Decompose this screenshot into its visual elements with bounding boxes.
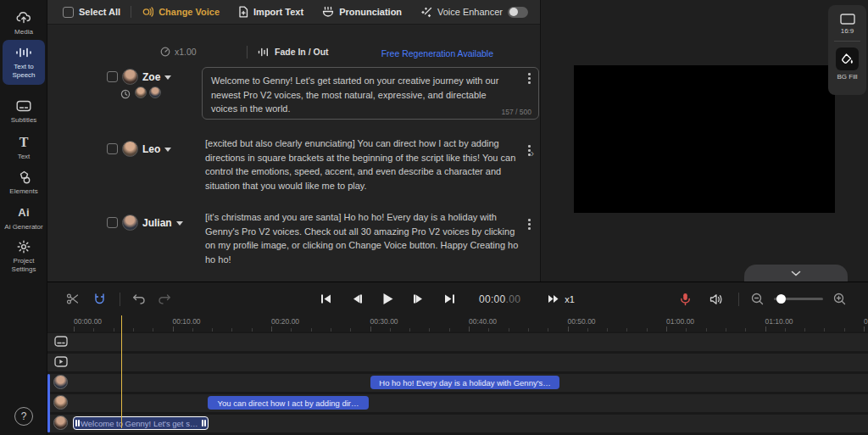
row-checkbox[interactable] xyxy=(107,71,118,82)
skip-to-end-button[interactable] xyxy=(444,293,455,304)
waveform-icon xyxy=(15,45,32,59)
sidebar-item-text[interactable]: T Text xyxy=(3,130,45,166)
divider xyxy=(247,46,248,59)
timeline-collapse-tab[interactable] xyxy=(744,265,848,282)
magic-wand-icon xyxy=(421,7,432,18)
step-back-button[interactable] xyxy=(352,293,363,304)
script-text[interactable]: [excited but also clearly enunciating] Y… xyxy=(205,137,520,192)
sidebar-item-media[interactable]: Media xyxy=(3,5,45,42)
ruler-label: 00:00.00 xyxy=(74,317,102,326)
slider-knob[interactable] xyxy=(776,294,786,304)
chevron-down-icon xyxy=(164,75,171,80)
sidebar-item-text-to-speech[interactable]: Text to Speech xyxy=(3,40,45,85)
julian-track-avatar[interactable] xyxy=(53,375,68,389)
change-voice-label: Change Voice xyxy=(159,7,220,17)
sidebar-item-subtitles[interactable]: Subtitles xyxy=(3,93,45,130)
chevron-down-icon xyxy=(176,221,183,226)
speed-control[interactable]: x1.00 xyxy=(160,47,197,57)
canvas-settings-card: 16:9 BG Fill xyxy=(828,5,866,95)
timecode-main: 00:00 xyxy=(479,293,506,305)
fade-label: Fade In / Out xyxy=(275,47,329,57)
sidebar-item-label: Media xyxy=(14,28,33,36)
ruler-label: 01:10.00 xyxy=(765,317,793,326)
block-options-row: x1.00 Fade In / Out Free Regeneration Av… xyxy=(47,42,540,63)
trim-handle-left[interactable] xyxy=(75,420,81,427)
track-leo[interactable] xyxy=(47,394,868,412)
skip-to-start-button[interactable] xyxy=(320,293,331,304)
bg-fill-button[interactable] xyxy=(836,47,859,70)
gear-icon xyxy=(17,239,31,254)
avatar[interactable] xyxy=(122,69,138,85)
avatar[interactable] xyxy=(122,215,138,231)
ruler-label: 00:30.00 xyxy=(370,317,398,326)
timeline-controls: 00:00.00 x1 xyxy=(47,282,868,315)
split-scissors-icon[interactable] xyxy=(66,293,80,305)
undo-icon[interactable] xyxy=(132,293,146,304)
timeline-ruler[interactable]: 00:00.0000:10.0000:20.0000:30.0000:40.00… xyxy=(47,315,868,332)
paint-bucket-icon xyxy=(841,53,854,65)
audio-clip-zoe-selected[interactable]: Welcome to Genny! Let's get s… xyxy=(73,416,209,430)
script-text: Welcome to Genny! Let's get started on y… xyxy=(211,74,509,116)
video-canvas[interactable] xyxy=(574,65,835,213)
track-selection-indicator xyxy=(47,374,50,432)
speaker-name: Zoe xyxy=(142,71,160,83)
step-forward-button[interactable] xyxy=(413,293,424,304)
voice-enhancer-label: Voice Enhancer xyxy=(437,7,503,17)
ruler-label: 01:00.00 xyxy=(666,317,694,326)
track-video[interactable] xyxy=(47,354,868,371)
audio-clip-julian[interactable]: Ho ho ho! Every day is a holiday with Ge… xyxy=(370,376,559,389)
avatar[interactable] xyxy=(149,86,161,98)
avatar[interactable] xyxy=(135,86,147,98)
checkbox-icon xyxy=(63,7,74,18)
aspect-ratio-button[interactable]: 16:9 xyxy=(840,14,855,35)
change-voice-button[interactable]: Change Voice xyxy=(142,6,220,18)
help-button[interactable]: ? xyxy=(14,407,33,426)
avatar[interactable] xyxy=(122,141,138,157)
row-menu-button[interactable] xyxy=(526,217,532,231)
voice-enhancer-toggle[interactable] xyxy=(508,7,528,18)
free-regeneration-link[interactable]: Free Regeneration Available xyxy=(381,48,493,59)
fade-in-out-button[interactable]: Fade In / Out xyxy=(258,47,329,57)
speaker-name-dropdown[interactable]: Julian xyxy=(142,217,183,229)
row-menu-button[interactable] xyxy=(526,71,532,86)
ruler-label: 00:20.00 xyxy=(271,317,299,326)
chevron-down-icon xyxy=(164,148,171,152)
playback-rate-button[interactable]: x1 xyxy=(548,294,575,304)
sidebar-item-label: Subtitles xyxy=(11,116,37,125)
playhead[interactable] xyxy=(121,315,123,428)
row-checkbox[interactable] xyxy=(107,143,118,154)
zoom-out-icon[interactable] xyxy=(751,293,764,305)
zoom-in-icon[interactable] xyxy=(833,293,846,305)
volume-icon[interactable] xyxy=(709,293,723,305)
track-subtitles[interactable] xyxy=(47,333,868,351)
play-button[interactable] xyxy=(381,293,394,305)
divider xyxy=(120,293,120,306)
pronunciation-button[interactable]: Pronunciation xyxy=(322,6,402,18)
cloud-upload-icon xyxy=(16,10,31,25)
snap-magnet-icon[interactable] xyxy=(93,293,106,305)
speaker-name-dropdown[interactable]: Zoe xyxy=(142,71,171,83)
row-checkbox[interactable] xyxy=(107,217,118,228)
timecode-display: 00:00.00 xyxy=(479,293,520,305)
record-mic-icon[interactable] xyxy=(680,293,691,306)
file-plus-icon xyxy=(238,6,248,18)
leo-track-avatar[interactable] xyxy=(53,395,68,410)
sidebar-item-ai-generator[interactable]: Ai Ai Generator xyxy=(3,200,45,237)
import-text-button[interactable]: Import Text xyxy=(238,6,303,18)
select-all-label: Select All xyxy=(79,7,120,17)
script-textarea[interactable]: Welcome to Genny! Let's get started on y… xyxy=(202,67,539,120)
panel-expander-chevron[interactable]: › xyxy=(526,142,538,163)
history-icon[interactable] xyxy=(120,89,131,99)
zoe-track-avatar[interactable] xyxy=(53,415,68,430)
sidebar-item-elements[interactable]: Elements xyxy=(3,165,45,201)
audio-clip-leo[interactable]: You can direct how I act by adding dir… xyxy=(208,396,369,410)
sidebar-item-project-settings[interactable]: Project Settings xyxy=(3,234,45,279)
timecode-frac: .00 xyxy=(506,293,521,305)
speaker-name-dropdown[interactable]: Leo xyxy=(142,143,171,155)
ruler-label: 00:40.00 xyxy=(469,317,497,326)
trim-handle-right[interactable] xyxy=(201,420,207,427)
script-text[interactable]: [it's christmas and you are santa] Ho ho… xyxy=(205,210,520,266)
redo-icon[interactable] xyxy=(158,293,171,304)
select-all-checkbox[interactable]: Select All xyxy=(63,7,120,18)
timeline-zoom-slider[interactable] xyxy=(774,298,823,300)
